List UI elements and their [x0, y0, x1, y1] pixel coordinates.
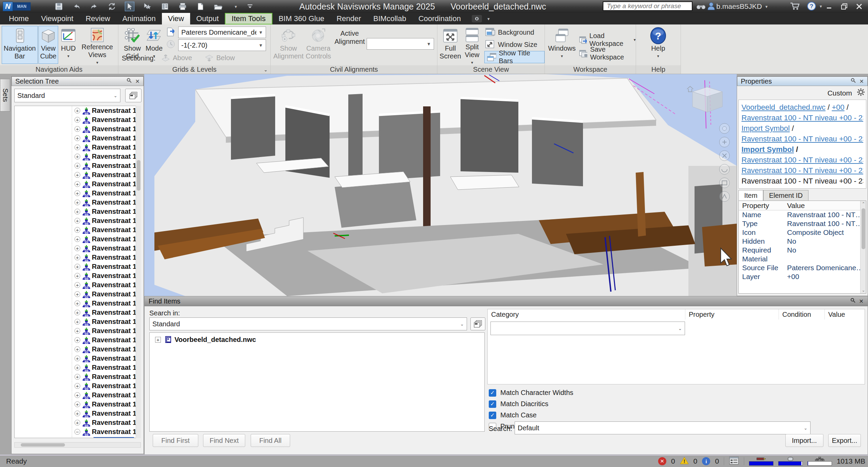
new-document-icon[interactable]	[196, 2, 205, 11]
find-items-title-bar[interactable]: Find Items ✕	[145, 296, 868, 306]
expand-plus-icon[interactable]: +	[74, 190, 80, 196]
expand-plus-icon[interactable]: +	[74, 273, 80, 279]
show-alignment-button[interactable]: Show Alignment	[274, 26, 303, 64]
breadcrumb-link[interactable]: Ravenstraat 100 - NT niveau +00 - 23 10 …	[741, 135, 863, 143]
expand-plus-icon[interactable]: +	[74, 282, 80, 288]
camera-controls-button[interactable]: Camera Controls	[304, 26, 333, 64]
tree-row[interactable]: +Ravenstraat 100	[15, 391, 140, 400]
properties-tab-item[interactable]: Item	[738, 190, 763, 201]
help-ribbon-button[interactable]: ? Help ▾	[647, 26, 669, 64]
properties-title-bar[interactable]: Properties ✕	[737, 76, 868, 86]
sectioning-above-button[interactable]: Above	[159, 53, 194, 63]
help-search-input[interactable]	[606, 2, 689, 10]
category-combo[interactable]: ⌄	[490, 322, 685, 335]
import-button[interactable]: Import...	[785, 434, 823, 447]
save-icon[interactable]	[54, 2, 63, 11]
open-folder-icon[interactable]	[214, 2, 222, 11]
scroll-up-icon[interactable]: ⌃	[861, 201, 866, 207]
find-items-tree[interactable]: + Voorbeeld_detached.nwc	[149, 332, 485, 432]
checkbox-checked-icon[interactable]: ✓	[489, 400, 496, 408]
expand-plus-icon[interactable]: +	[74, 163, 80, 169]
tree-row[interactable]: +Ravenstraat 100	[15, 152, 140, 161]
checkbox-checked-icon[interactable]: ✓	[489, 412, 496, 419]
tree-row[interactable]: +Ravenstraat 100	[15, 253, 140, 262]
tab-coordination[interactable]: Coordination	[412, 13, 467, 24]
select-same-icon[interactable]	[143, 2, 152, 11]
level-combo[interactable]: -1(-2.70)▼	[178, 39, 266, 51]
tree-row[interactable]: +Ravenstraat 100	[15, 299, 140, 308]
help-icon[interactable]: ?▾	[807, 1, 822, 11]
search-mode-combo[interactable]: Default⌄	[515, 421, 811, 434]
tab-bim-360-glue[interactable]: BIM 360 Glue	[272, 13, 331, 24]
tree-row[interactable]: +Ravenstraat 100	[15, 363, 140, 372]
expand-plus-icon[interactable]: +	[74, 310, 80, 315]
expand-plus-icon[interactable]: +	[74, 346, 80, 352]
find-first-button[interactable]: Find First	[153, 434, 198, 447]
property-row[interactable]: HiddenNo	[739, 237, 866, 246]
pin-icon[interactable]	[127, 78, 132, 85]
breadcrumb-link[interactable]: Voorbeeld_detached.nwc	[741, 103, 825, 111]
expand-plus-icon[interactable]: +	[74, 365, 80, 370]
tab-animation[interactable]: Animation	[116, 13, 162, 24]
close-button[interactable]	[852, 0, 867, 13]
tree-row[interactable]: +Ravenstraat 100	[15, 372, 140, 381]
tree-row[interactable]: +Ravenstraat 100	[15, 400, 140, 409]
hud-button[interactable]: HUD ▾	[59, 26, 78, 64]
tab-output[interactable]: Output	[190, 13, 225, 24]
checkbox-match-case[interactable]: ✓Match Case	[489, 411, 537, 419]
expand-plus-icon[interactable]: +	[74, 227, 80, 233]
expand-plus-icon[interactable]: +	[74, 144, 80, 150]
close-panel-icon[interactable]: ✕	[135, 78, 140, 85]
tree-row[interactable]: +Ravenstraat 100	[15, 235, 140, 244]
warning-badge-icon[interactable]: !	[680, 456, 689, 466]
tree-row[interactable]: +Ravenstraat 100	[15, 106, 140, 115]
refresh-icon[interactable]	[107, 2, 116, 11]
background-button[interactable]: Background	[485, 27, 534, 38]
open-dropdown-caret-icon[interactable]: ▾	[235, 4, 237, 9]
tree-row[interactable]: +Ravenstraat 100	[15, 134, 140, 143]
expand-plus-icon[interactable]: +	[74, 108, 80, 114]
tree-row[interactable]: +Ravenstraat 100	[15, 207, 140, 216]
undo-icon[interactable]	[72, 2, 81, 11]
gear-icon[interactable]	[857, 88, 865, 98]
view-cube-button[interactable]: View Cube	[38, 26, 58, 64]
qat-customize-icon[interactable]	[246, 2, 255, 11]
expand-plus-icon[interactable]: +	[74, 117, 80, 123]
tree-row[interactable]: +Ravenstraat 100	[15, 189, 140, 198]
print-icon[interactable]	[178, 2, 187, 11]
tree-row[interactable]: +Ravenstraat 100	[15, 161, 140, 170]
grid-system-combo[interactable]: Paterers Domenicane_de…▼	[178, 27, 266, 38]
expand-plus-icon[interactable]: +	[74, 264, 80, 270]
scene-viewport[interactable]	[144, 74, 737, 296]
breadcrumb-link[interactable]: +00	[832, 103, 844, 111]
full-screen-button[interactable]: Full Screen	[439, 26, 461, 64]
properties-scrollbar[interactable]: ⌃ ⌄	[860, 201, 866, 293]
expand-plus-icon[interactable]: +	[74, 420, 80, 426]
expand-plus-icon[interactable]: +	[74, 319, 80, 325]
expand-plus-icon[interactable]: +	[74, 181, 80, 187]
tree-row[interactable]: +Ravenstraat 100	[15, 198, 140, 207]
tab-render[interactable]: Render	[330, 13, 367, 24]
find-all-button[interactable]: Find All	[251, 434, 290, 447]
close-panel-icon[interactable]: ✕	[859, 78, 864, 85]
custom-label[interactable]: Custom	[828, 89, 852, 97]
expand-plus-icon[interactable]: +	[74, 374, 80, 380]
tree-row[interactable]: +Ravenstraat 100	[15, 326, 140, 335]
tree-row[interactable]: −Ravenstraat 100	[15, 427, 140, 436]
breadcrumb-link[interactable]: Ravenstraat 100 - NT niveau +00 - 23 10 …	[741, 114, 863, 122]
collapse-minus-icon[interactable]: −	[74, 429, 80, 435]
expand-plus-icon[interactable]: +	[74, 392, 80, 398]
expand-plus-icon[interactable]: +	[74, 411, 80, 416]
checkbox-match-character-widths[interactable]: ✓Match Character Widths	[489, 389, 573, 397]
pin-icon[interactable]	[851, 78, 856, 85]
expand-plus-icon[interactable]: +	[74, 172, 80, 178]
expand-plus-icon[interactable]: +	[74, 236, 80, 242]
tree-row[interactable]: +Ravenstraat 100	[15, 216, 140, 225]
search-in-combo[interactable]: Standard⌄	[149, 317, 467, 330]
tree-row[interactable]: +Ravenstraat 100	[15, 143, 140, 152]
property-row[interactable]: NameRavenstraat 100 - NT…	[739, 210, 866, 219]
save-workspace-button[interactable]: Save Workspace	[579, 46, 636, 61]
restore-button[interactable]	[837, 0, 852, 13]
expand-plus-icon[interactable]: +	[74, 209, 80, 214]
tab-item-tools[interactable]: Item Tools	[225, 13, 272, 24]
